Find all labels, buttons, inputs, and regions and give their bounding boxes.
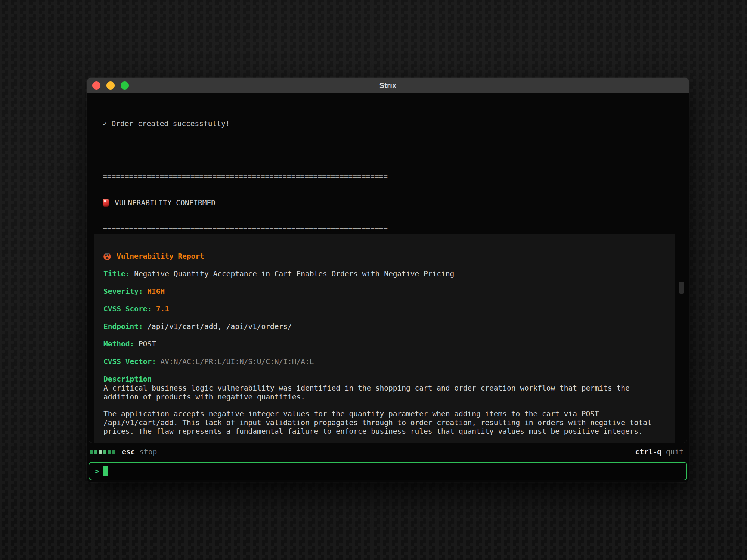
field-label: Endpoint:	[103, 322, 143, 331]
titlebar[interactable]: Strix	[87, 78, 689, 94]
vulnerability-report-panel: Vulnerability Report Title:Negative Quan…	[94, 234, 675, 443]
esc-action-label: stop	[139, 448, 157, 456]
window-title: Strix	[87, 81, 689, 90]
bug-icon	[103, 253, 111, 260]
strix-window: Strix ✓ Order created successfully! ====…	[87, 78, 689, 482]
text-cursor	[103, 466, 108, 476]
statusbar-right: ctrl-q quit	[635, 448, 684, 456]
vulnerability-confirmed-label: VULNERABILITY CONFIRMED	[115, 199, 216, 208]
report-heading-label: Vulnerability Report	[117, 252, 204, 261]
spinner-square	[103, 450, 106, 454]
field-label: Severity:	[103, 287, 143, 296]
description-paragraph: A critical business logic vulnerability …	[103, 384, 666, 401]
description-heading: Description	[103, 375, 666, 384]
spinner-square	[99, 450, 102, 454]
command-input[interactable]: >	[89, 462, 687, 480]
field-value: HIGH	[147, 287, 165, 296]
report-field-title: Title:Negative Quantity Acceptance in Ca…	[103, 270, 666, 279]
status-bar: esc stop ctrl-q quit	[90, 447, 684, 457]
field-value: 7.1	[156, 305, 169, 313]
field-label: CVSS Score:	[103, 305, 152, 313]
field-value: Negative Quantity Acceptance in Cart Ena…	[134, 270, 454, 278]
field-label: CVSS Vector:	[103, 357, 156, 366]
report-heading: Vulnerability Report	[103, 252, 666, 261]
divider-line: ========================================…	[103, 172, 674, 181]
report-field-cvss-vector: CVSS Vector:AV:N/AC:L/PR:L/UI:N/S:U/C:N/…	[103, 357, 666, 366]
field-value: AV:N/AC:L/PR:L/UI:N/S:U/C:N/I:H/A:L	[161, 357, 314, 366]
spinner-square	[90, 450, 93, 454]
input-prompt: >	[95, 467, 99, 476]
esc-key-hint: esc	[122, 448, 135, 456]
spinner-square	[108, 450, 111, 454]
vulnerability-confirmed-line: VULNERABILITY CONFIRMED	[103, 199, 674, 208]
quit-key-hint: ctrl-q	[635, 448, 661, 456]
terminal-content: ✓ Order created successfully! ==========…	[87, 93, 689, 482]
siren-icon	[103, 199, 109, 207]
quit-action-label: quit	[666, 448, 684, 456]
report-field-cvss-score: CVSS Score:7.1	[103, 305, 666, 314]
report-field-severity: Severity:HIGH	[103, 287, 666, 296]
report-field-endpoint: Endpoint:/api/v1/cart/add, /api/v1/order…	[103, 322, 666, 331]
field-label: Method:	[103, 340, 134, 348]
field-value: /api/v1/cart/add, /api/v1/orders/	[147, 322, 292, 331]
scrollbar-thumb[interactable]	[679, 282, 684, 294]
spinner-square	[94, 450, 97, 454]
divider-line: ========================================…	[103, 225, 674, 234]
spinner-square	[112, 450, 115, 454]
order-success-line: ✓ Order created successfully!	[103, 119, 674, 128]
description-paragraph: The application accepts negative integer…	[103, 410, 666, 436]
report-field-method: Method:POST	[103, 340, 666, 349]
spinner	[90, 450, 115, 454]
field-value: POST	[139, 340, 156, 348]
field-label: Title:	[103, 270, 130, 278]
blank-line	[103, 146, 674, 155]
